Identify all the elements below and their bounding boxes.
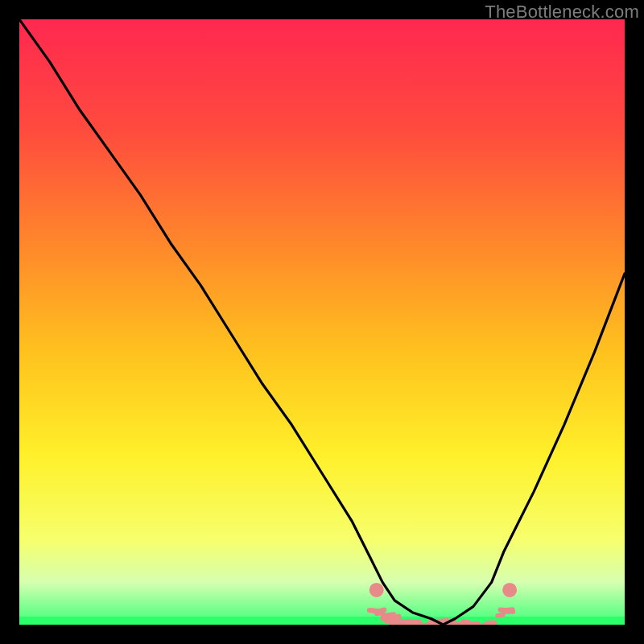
chart-frame: [19, 19, 625, 625]
svg-line-50: [374, 611, 382, 613]
svg-line-61: [426, 624, 433, 625]
svg-rect-0: [19, 19, 625, 625]
svg-point-63: [505, 585, 514, 595]
svg-line-54: [394, 620, 400, 621]
svg-line-51: [461, 624, 470, 625]
svg-line-27: [383, 614, 394, 616]
chart-plot: [19, 19, 625, 625]
svg-point-62: [372, 585, 382, 595]
chart-svg: [19, 19, 625, 625]
svg-rect-1: [19, 617, 625, 625]
svg-line-55: [411, 621, 419, 622]
svg-line-57: [497, 615, 503, 616]
